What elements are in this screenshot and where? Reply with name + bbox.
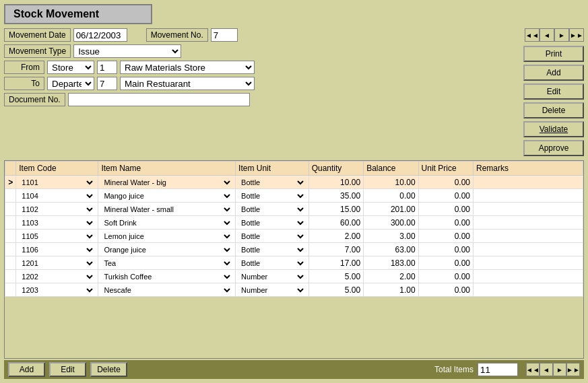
quantity-cell: 5.00 [308,283,363,297]
item-name-cell[interactable]: Turkish Coffee [98,270,236,283]
to-place-select[interactable]: Main Restuarant [120,77,255,90]
item-unit-cell[interactable]: Bottle [236,230,309,243]
item-unit-cell[interactable]: Number [236,283,309,297]
item-name-cell[interactable]: Tea [98,256,236,270]
add-button[interactable]: Add [523,65,584,81]
item-code-cell[interactable]: 1202 [16,270,98,283]
from-type-select[interactable]: Store [47,61,94,74]
item-name-cell[interactable]: Lemon juice [98,230,236,243]
quantity-cell: 10.00 [308,176,363,189]
to-num-input[interactable] [97,77,117,90]
item-name-cell[interactable]: Mango juice [98,189,236,203]
col-item-code: Item Code [16,162,98,176]
nav-last-btn[interactable]: ►► [569,28,584,42]
footer-add-btn[interactable]: Add [8,362,45,377]
row-indicator: > [5,176,16,189]
unit-price-cell: 0.00 [418,216,473,230]
item-code-cell[interactable]: 1102 [16,203,98,216]
movement-no-input[interactable] [211,28,238,42]
col-quantity: Quantity [308,162,363,176]
movement-date-input[interactable] [73,28,127,42]
movement-type-select[interactable]: Issue [73,44,181,58]
item-unit-cell[interactable]: Bottle [236,243,309,256]
footer-nav-last[interactable]: ►► [566,363,580,376]
items-table: Item Code Item Name Item Unit Quantity B… [5,161,583,297]
item-code-cell[interactable]: 1101 [16,176,98,189]
nav-first-btn[interactable]: ◄◄ [525,28,540,42]
from-num-input[interactable] [97,61,117,74]
col-item-unit: Item Unit [236,162,309,176]
col-item-name: Item Name [98,162,236,176]
nav-prev-btn[interactable]: ◄ [540,28,554,42]
quantity-cell: 17.00 [308,256,363,270]
item-name-cell[interactable]: Mineral Water - small [98,203,236,216]
table-row[interactable]: 1106Orange juiceBottle7.0063.000.00 [5,243,583,256]
item-code-cell[interactable]: 1103 [16,216,98,230]
item-code-cell[interactable]: 1203 [16,283,98,297]
balance-cell: 63.00 [364,243,418,256]
edit-button[interactable]: Edit [523,83,584,100]
approve-button[interactable]: Approve [523,140,584,156]
item-code-cell[interactable]: 1106 [16,243,98,256]
delete-button[interactable]: Delete [523,102,584,118]
footer-edit-btn[interactable]: Edit [49,362,86,377]
quantity-cell: 2.00 [308,230,363,243]
footer-delete-btn[interactable]: Delete [90,362,127,377]
table-row[interactable]: 1105Lemon juiceBottle2.003.000.00 [5,230,583,243]
item-code-cell[interactable]: 1201 [16,256,98,270]
doc-no-input[interactable] [68,93,250,106]
balance-cell: 300.00 [364,216,418,230]
item-name-cell[interactable]: Orange juice [98,243,236,256]
total-items-value [478,363,518,376]
table-row[interactable]: 1102Mineral Water - smallBottle15.00201.… [5,203,583,216]
table-row[interactable]: >1101Mineral Water - bigBottle10.0010.00… [5,176,583,189]
row-indicator [5,243,16,256]
item-unit-cell[interactable]: Bottle [236,256,309,270]
remarks-cell [473,256,583,270]
item-name-cell[interactable]: Nescafe [98,283,236,297]
footer-nav-first[interactable]: ◄◄ [526,363,540,376]
remarks-cell [473,283,583,297]
item-name-cell[interactable]: Soft Drink [98,216,236,230]
item-unit-cell[interactable]: Number [236,270,309,283]
item-unit-cell[interactable]: Bottle [236,203,309,216]
unit-price-cell: 0.00 [418,243,473,256]
quantity-cell: 15.00 [308,203,363,216]
col-unit-price: Unit Price [418,162,473,176]
item-unit-cell[interactable]: Bottle [236,176,309,189]
nav-next-btn[interactable]: ► [554,28,569,42]
print-button[interactable]: Print [523,46,584,62]
quantity-cell: 7.00 [308,243,363,256]
item-unit-cell[interactable]: Bottle [236,216,309,230]
quantity-cell: 5.00 [308,270,363,283]
item-unit-cell[interactable]: Bottle [236,189,309,203]
balance-cell: 10.00 [364,176,418,189]
balance-cell: 183.00 [364,256,418,270]
movement-date-label: Movement Date [4,28,71,42]
item-code-cell[interactable]: 1104 [16,189,98,203]
item-code-cell[interactable]: 1105 [16,230,98,243]
unit-price-cell: 0.00 [418,203,473,216]
balance-cell: 2.00 [364,270,418,283]
page-title: Stock Movement [4,4,152,24]
remarks-cell [473,216,583,230]
table-row[interactable]: 1202Turkish CoffeeNumber5.002.000.00 [5,270,583,283]
table-row[interactable]: 1201TeaBottle17.00183.000.00 [5,256,583,270]
from-place-select[interactable]: Raw Materials Store [120,61,255,74]
table-row[interactable]: 1203NescafeNumber5.001.000.00 [5,283,583,297]
unit-price-cell: 0.00 [418,270,473,283]
doc-no-label: Document No. [4,93,65,106]
table-scroll-area[interactable]: Item Code Item Name Item Unit Quantity B… [5,161,583,358]
row-indicator [5,230,16,243]
footer-nav-prev[interactable]: ◄ [540,363,553,376]
remarks-cell [473,203,583,216]
footer-nav-next[interactable]: ► [553,363,566,376]
validate-button[interactable]: Validate [523,121,584,137]
from-label: From [4,61,44,74]
table-row[interactable]: 1103Soft DrinkBottle60.00300.000.00 [5,216,583,230]
to-type-select[interactable]: Departement [47,77,94,90]
item-name-cell[interactable]: Mineral Water - big [98,176,236,189]
table-row[interactable]: 1104Mango juiceBottle35.000.000.00 [5,189,583,203]
data-table-container: Item Code Item Name Item Unit Quantity B… [4,160,584,359]
remarks-cell [473,189,583,203]
